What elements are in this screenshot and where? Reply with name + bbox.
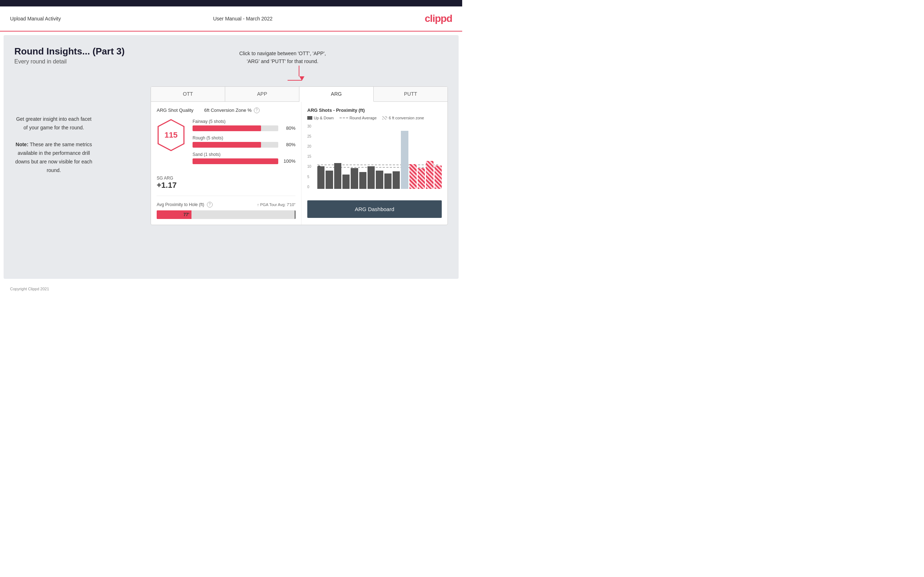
footer: Copyright Clippd 2021 (0, 282, 462, 295)
chart-legend: Up & Down Round Average 6 ft conversion … (307, 116, 442, 120)
sg-section: SG ARG +1.17 (157, 176, 296, 190)
tab-ott[interactable]: OTT (151, 87, 225, 102)
main-content: Round Insights... (Part 3) Every round i… (3, 35, 459, 279)
pga-avg: ↑ PGA Tour Avg: 7'10" (257, 203, 296, 207)
sg-label: SG ARG (157, 176, 296, 181)
sand-track (192, 158, 278, 164)
stat-header: ARG Shot Quality 6ft Conversion Zone % ? (157, 108, 296, 113)
page-header: Round Insights... (Part 3) Every round i… (15, 46, 125, 72)
bar-2 (326, 124, 333, 189)
arrow-head (299, 76, 304, 81)
rough-row: Rough (5 shots) 80% (192, 135, 296, 148)
fairway-bar: 80% (192, 126, 296, 131)
bar-h4 (435, 124, 442, 189)
rough-track (192, 142, 278, 148)
rough-fill (192, 142, 261, 148)
shot-bars: Fairway (5 shots) 80% Rough (5 shots) (192, 119, 296, 168)
proximity-bar-track: 77' (157, 210, 296, 219)
arrow-indicator (239, 66, 326, 81)
bar-7 (368, 124, 375, 189)
y-label-10: 10 (307, 164, 316, 168)
sand-pct: 100% (281, 158, 296, 164)
arg-stats-panel: ARG Shot Quality 6ft Conversion Zone % ?… (151, 102, 302, 225)
tab-putt[interactable]: PUTT (374, 87, 447, 102)
legend-checkered-icon (382, 116, 387, 120)
legend-dashed-icon (339, 118, 348, 118)
sand-row: Sand (1 shots) 100% (192, 152, 296, 164)
fairway-pct: 80% (281, 126, 296, 131)
proximity-value: 77' (184, 212, 189, 217)
document-title: User Manual - March 2022 (213, 16, 273, 21)
bar-h2 (418, 124, 425, 189)
bar-5 (351, 124, 358, 189)
chart-area: 30 25 20 15 10 5 0 8 (307, 124, 442, 196)
logo-area: clippd (425, 13, 452, 24)
proximity-bar-fill: 77' (157, 210, 191, 219)
top-section: Round Insights... (Part 3) Every round i… (15, 46, 448, 81)
insight-text: Get greater insight into each facet of y… (15, 115, 93, 175)
y-label-15: 15 (307, 155, 316, 158)
y-label-20: 20 (307, 144, 316, 148)
bar-8 (376, 124, 383, 189)
hexagon: 115 (157, 119, 186, 151)
legend-up-down-icon (307, 116, 312, 120)
chart-bars (317, 124, 442, 189)
bar-9 (384, 124, 391, 189)
conversion-label: 6ft Conversion Zone % ? (204, 108, 260, 113)
tab-app[interactable]: APP (225, 87, 299, 102)
content-area: Get greater insight into each facet of y… (15, 86, 448, 225)
fairway-track (192, 126, 278, 131)
sand-label: Sand (1 shots) (192, 152, 296, 157)
hexagon-number: 115 (165, 131, 178, 140)
shot-quality-label: ARG Shot Quality (157, 108, 194, 113)
rough-label: Rough (5 shots) (192, 135, 296, 140)
y-label-0: 0 (307, 185, 316, 189)
proximity-cursor (295, 210, 296, 219)
page-subtitle: Every round in detail (15, 58, 125, 65)
arg-chart-panel: ARG Shots - Proximity (ft) Up & Down Rou… (302, 102, 447, 225)
legend-6ft: 6 ft conversion zone (382, 116, 424, 120)
bar-6 (359, 124, 367, 189)
proximity-header: Avg Proximity to Hole (ft) ? ↑ PGA Tour … (157, 202, 296, 208)
help-icon[interactable]: ? (254, 108, 260, 113)
arg-dashboard-button[interactable]: ARG Dashboard (307, 200, 442, 218)
nav-hint-area: Click to navigate between 'OTT', 'APP', … (239, 50, 326, 81)
arrow-elbow (288, 76, 304, 81)
arrow-vertical (299, 66, 299, 76)
sand-fill (192, 158, 278, 164)
panel-content: ARG Shot Quality 6ft Conversion Zone % ?… (151, 102, 447, 225)
fairway-label: Fairway (5 shots) (192, 119, 296, 124)
legend-round-avg: Round Average (339, 116, 377, 120)
y-label-30: 30 (307, 124, 316, 128)
bar-3 (334, 124, 341, 189)
legend-up-down: Up & Down (307, 116, 334, 120)
rough-pct: 80% (281, 142, 296, 147)
header: Upload Manual Activity User Manual - Mar… (0, 6, 462, 32)
sand-bar: 100% (192, 158, 296, 164)
bar-h3 (426, 124, 433, 189)
chart-header: ARG Shots - Proximity (ft) (307, 108, 442, 113)
y-label-5: 5 (307, 175, 316, 179)
navigation-hint: Click to navigate between 'OTT', 'APP', … (239, 50, 326, 66)
top-bar (0, 0, 462, 6)
upload-link[interactable]: Upload Manual Activity (10, 16, 61, 21)
hexagon-section: 115 Fairway (5 shots) 80% (157, 119, 296, 168)
y-label-25: 25 (307, 134, 316, 139)
clippd-logo: clippd (425, 13, 452, 24)
sg-value: +1.17 (157, 181, 296, 190)
left-panel: Get greater insight into each facet of y… (15, 86, 150, 225)
bar-h1 (409, 124, 417, 189)
chart-y-labels: 30 25 20 15 10 5 0 (307, 124, 316, 189)
proximity-help-icon[interactable]: ? (207, 202, 213, 208)
fairway-fill (192, 126, 261, 131)
rough-bar: 80% (192, 142, 296, 148)
tab-arg[interactable]: ARG (299, 87, 374, 102)
fairway-row: Fairway (5 shots) 80% (192, 119, 296, 131)
proximity-section: Avg Proximity to Hole (ft) ? ↑ PGA Tour … (157, 196, 296, 219)
bar-4 (342, 124, 350, 189)
proximity-label: Avg Proximity to Hole (ft) ? (157, 202, 213, 208)
insight-note-label: Note: (16, 142, 29, 147)
copyright: Copyright Clippd 2021 (10, 287, 49, 291)
tall-bar (401, 131, 408, 189)
page-title: Round Insights... (Part 3) (15, 46, 125, 57)
